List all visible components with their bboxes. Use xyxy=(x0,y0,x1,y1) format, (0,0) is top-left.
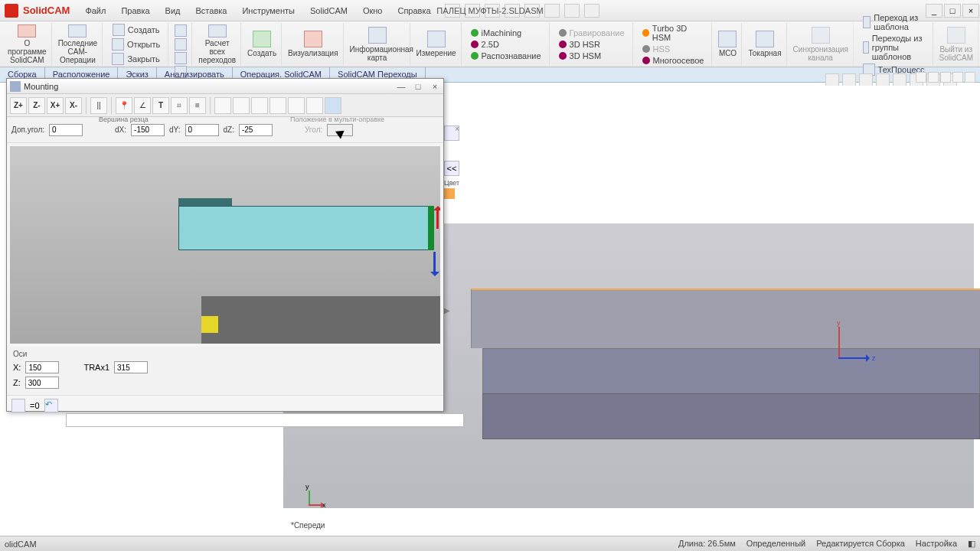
ribbon-measure[interactable]: Измерение xyxy=(412,23,462,66)
ribbon-25d[interactable]: 2.5D xyxy=(468,39,502,50)
xminus-button[interactable]: X- xyxy=(65,97,82,114)
min-icon[interactable] xyxy=(940,72,951,83)
panel-expand-handle[interactable]: ▶ xyxy=(444,306,450,317)
dialog-minimize-button[interactable]: — xyxy=(396,82,407,91)
status-flag-icon[interactable]: ◧ xyxy=(968,539,975,549)
close-icon xyxy=(112,53,124,65)
ribbon-engraving[interactable]: Гравирование xyxy=(556,28,628,38)
view3-icon[interactable] xyxy=(251,97,268,114)
maximize-button[interactable]: □ xyxy=(944,4,961,18)
ribbon-cubes xyxy=(170,23,192,66)
ribbon-info[interactable]: Информационная карта xyxy=(345,23,410,66)
qat-options-icon[interactable] xyxy=(584,4,599,18)
command-input[interactable] xyxy=(66,413,464,427)
cube-icon[interactable] xyxy=(175,24,187,37)
bullet-icon xyxy=(471,41,479,48)
pause-icon[interactable]: || xyxy=(90,97,107,114)
cube-icon[interactable] xyxy=(175,52,187,64)
qat-redo-icon[interactable] xyxy=(564,4,580,18)
menu-insert[interactable]: Вставка xyxy=(190,3,234,18)
menu-solidcam[interactable]: SolidCAM xyxy=(304,3,354,18)
iso-view-icon[interactable] xyxy=(325,97,341,114)
ribbon-hsm[interactable]: 3D HSM xyxy=(556,51,605,61)
menu-file[interactable]: Файл xyxy=(79,3,112,18)
ribbon-imachining[interactable]: iMachining xyxy=(468,28,525,38)
status-left: olidCAM xyxy=(5,540,37,549)
ribbon-calc[interactable]: Расчет всех переходов xyxy=(194,23,241,66)
ribbon-recognize[interactable]: Распознавание xyxy=(468,51,544,61)
pin-icon[interactable]: 📍 xyxy=(116,97,132,114)
dialog-maximize-button[interactable]: □ xyxy=(413,82,423,91)
axis-z-icon xyxy=(838,357,869,359)
timeline-icon[interactable]: ≡ xyxy=(189,97,206,114)
undo-icon[interactable]: ↶ xyxy=(44,399,58,412)
addangle-input[interactable] xyxy=(49,124,83,136)
ribbon-open[interactable]: Открыть xyxy=(109,37,163,51)
z-input[interactable] xyxy=(25,377,59,389)
tile-icon[interactable] xyxy=(916,72,926,83)
home-icon[interactable] xyxy=(11,399,25,412)
max-icon[interactable] xyxy=(952,72,963,83)
dz-input[interactable] xyxy=(239,124,273,136)
color-swatch[interactable] xyxy=(444,188,455,199)
ribbon-lastops[interactable]: Последние CAM-Операции xyxy=(54,23,103,66)
ribbon-hss[interactable]: HSS xyxy=(639,44,674,54)
view5-icon[interactable] xyxy=(288,97,305,114)
x-input[interactable] xyxy=(25,361,59,373)
ribbon-mco[interactable]: МСО xyxy=(714,23,742,66)
ribbon-create2[interactable]: Создать xyxy=(243,23,282,66)
close-button[interactable]: × xyxy=(962,4,979,18)
angle-input[interactable] xyxy=(327,124,353,136)
fence-icon[interactable]: ⌗ xyxy=(171,97,188,114)
view2-icon[interactable] xyxy=(233,97,250,114)
ribbon-multiaxis[interactable]: Многоосевое xyxy=(639,55,707,66)
dialog-footer: =0 ↶ xyxy=(7,395,443,415)
bullet-icon xyxy=(642,45,650,53)
view6-icon[interactable] xyxy=(306,97,323,114)
calc-icon xyxy=(208,24,227,37)
separator xyxy=(86,97,87,114)
view4-icon[interactable] xyxy=(270,97,286,114)
qat-undo-icon[interactable] xyxy=(544,4,560,18)
menu-edit[interactable]: Правка xyxy=(115,3,155,18)
ribbon-turbohsm[interactable]: Turbo 3D HSM xyxy=(639,23,707,43)
menu-help[interactable]: Справка xyxy=(391,3,436,18)
ribbon-hsr[interactable]: 3D HSR xyxy=(556,39,603,50)
t-icon[interactable]: T xyxy=(152,97,169,114)
dy-input[interactable] xyxy=(185,124,219,136)
xplus-button[interactable]: X+ xyxy=(47,97,64,114)
ribbon-about[interactable]: О программе SolidCAM xyxy=(3,23,52,66)
panel-collapse-button[interactable]: << xyxy=(444,161,459,176)
separator xyxy=(111,97,112,114)
dialog-3d-preview[interactable] xyxy=(10,146,440,344)
status-setup[interactable]: Настройка xyxy=(916,539,957,549)
angle-icon[interactable]: ∠ xyxy=(134,97,151,114)
dx-input[interactable] xyxy=(131,124,165,136)
tile-icon[interactable] xyxy=(928,72,939,83)
workpiece-model xyxy=(471,277,980,453)
close-doc-icon[interactable] xyxy=(965,72,975,83)
cube-icon[interactable] xyxy=(175,38,187,51)
menu-view[interactable]: Вид xyxy=(159,3,187,18)
view1-icon[interactable] xyxy=(214,97,231,114)
bullet-icon xyxy=(642,29,649,37)
menu-window[interactable]: Окно xyxy=(357,3,389,18)
ribbon-fromtemplate[interactable]: Переход из шаблона xyxy=(860,12,928,32)
panel-close-icon[interactable]: × xyxy=(452,124,462,135)
ribbon-create[interactable]: Создать xyxy=(109,23,163,37)
dialog-close-button[interactable]: × xyxy=(430,82,440,91)
ribbon-turning[interactable]: Токарная xyxy=(743,23,786,66)
zminus-button[interactable]: Z- xyxy=(28,97,45,114)
trax-input[interactable] xyxy=(114,361,148,373)
mco-icon xyxy=(718,31,737,47)
dialog-title-bar[interactable]: Mounting — □ × xyxy=(7,79,443,94)
ribbon-visual[interactable]: Визуализация xyxy=(283,23,343,66)
minimize-button[interactable]: _ xyxy=(926,4,942,18)
menu-tools[interactable]: Инструменты xyxy=(236,3,301,18)
ribbon-sync[interactable]: Синхронизация канала xyxy=(789,23,854,66)
ribbon-exit[interactable]: Выйти из SolidCAM xyxy=(935,23,978,66)
ribbon-fromgroup[interactable]: Переходы из группы шаблонов xyxy=(860,33,928,62)
zplus-button[interactable]: Z+ xyxy=(10,97,27,114)
turning-icon xyxy=(756,31,774,47)
ribbon-close[interactable]: Закрыть xyxy=(109,52,162,66)
